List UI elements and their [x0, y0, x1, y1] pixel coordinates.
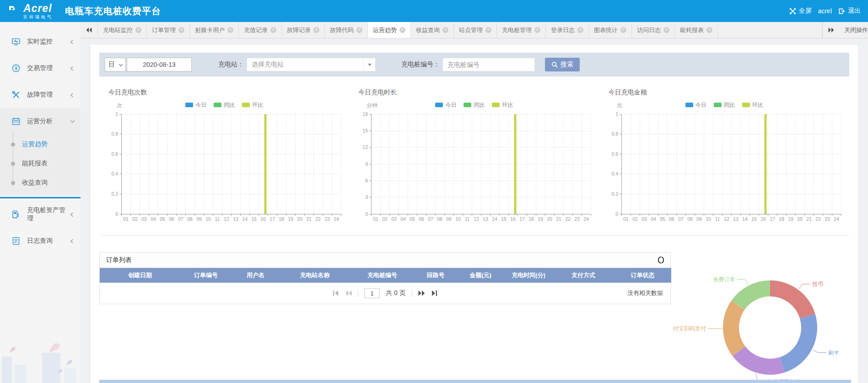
- logout-button[interactable]: 退出: [838, 7, 861, 15]
- donut-segment-微信扫码支付[interactable]: [733, 346, 785, 375]
- legend-item[interactable]: 同比: [464, 101, 485, 109]
- page-number-input[interactable]: [364, 288, 380, 298]
- tab-item-4[interactable]: 故障记录×: [282, 22, 325, 38]
- tab-item-8[interactable]: 站点管理×: [454, 22, 497, 38]
- tab-item-13[interactable]: 能耗报表×: [675, 22, 718, 38]
- tab-close-icon[interactable]: ×: [577, 27, 583, 33]
- last-page-button[interactable]: [431, 290, 437, 296]
- sidebar-menu: 实时监控¥交易管理故障管理运营分析运营趋势能耗报表收益查询充电桩资产管理日志查询: [0, 28, 81, 254]
- tab-close-icon[interactable]: ×: [706, 27, 712, 33]
- tab-close-icon[interactable]: ×: [663, 27, 669, 33]
- svg-text:14: 14: [242, 216, 248, 222]
- svg-text:14: 14: [742, 216, 748, 222]
- sidebar-item-0[interactable]: 实时监控: [0, 28, 81, 55]
- tab-item-0[interactable]: 充电站监控×: [98, 22, 147, 38]
- tab-close-icon[interactable]: ×: [485, 27, 491, 33]
- svg-text:09: 09: [446, 216, 452, 222]
- svg-text:0: 0: [115, 211, 118, 217]
- tab-close-icon[interactable]: ×: [135, 27, 141, 33]
- pagination-divider: [358, 290, 358, 297]
- station-select[interactable]: 选择充电站: [247, 58, 376, 71]
- tab-item-12[interactable]: 访问日志×: [632, 22, 675, 38]
- date-input[interactable]: [127, 58, 192, 71]
- svg-text:11: 11: [215, 216, 220, 222]
- tab-close-icon[interactable]: ×: [227, 27, 233, 33]
- period-value: 日: [108, 60, 115, 69]
- tab-label: 故障代码: [330, 26, 354, 34]
- tab-item-6[interactable]: 运营趋势×: [368, 22, 411, 38]
- tab-item-9[interactable]: 充电桩管理×: [497, 22, 546, 38]
- sidebar-item-2[interactable]: 故障管理: [0, 82, 81, 108]
- bullet-icon: [11, 162, 15, 166]
- sidebar-subitem-2[interactable]: 收益查询: [0, 173, 81, 192]
- period-select[interactable]: 日: [105, 58, 126, 71]
- legend-item[interactable]: 今日: [685, 101, 706, 109]
- pile-number-input[interactable]: [442, 58, 535, 71]
- legend-item[interactable]: 环比: [242, 101, 263, 109]
- tab-item-3[interactable]: 充值记录×: [239, 22, 282, 38]
- legend-item[interactable]: 环比: [492, 101, 513, 109]
- legend-swatch: [464, 103, 471, 107]
- svg-text:1: 1: [615, 111, 618, 117]
- legend-item[interactable]: 同比: [714, 101, 735, 109]
- svg-text:21: 21: [806, 216, 812, 222]
- donut-segment-投币[interactable]: [770, 280, 815, 318]
- sidebar-subitem-0[interactable]: 运营趋势: [0, 135, 81, 154]
- svg-text:02: 02: [132, 216, 138, 222]
- svg-text:17: 17: [770, 216, 775, 222]
- tab-close-icon[interactable]: ×: [620, 27, 626, 33]
- sidebar-item-3[interactable]: 运营分析: [0, 108, 81, 135]
- legend-item[interactable]: 环比: [742, 101, 763, 109]
- tabs-scroll-right-button[interactable]: [822, 22, 840, 38]
- tab-item-11[interactable]: 图表统计×: [589, 22, 632, 38]
- tab-close-icon[interactable]: ×: [356, 27, 362, 33]
- svg-text:22: 22: [815, 216, 821, 222]
- prev-page-button[interactable]: [345, 290, 352, 296]
- sidebar-item-1[interactable]: ¥交易管理: [0, 55, 81, 82]
- fullscreen-button[interactable]: 全屏: [789, 7, 812, 15]
- svg-text:13: 13: [733, 216, 739, 222]
- username[interactable]: acrel: [818, 7, 832, 15]
- chart-legend[interactable]: 今日同比环比: [602, 99, 846, 110]
- close-operations-menu[interactable]: 关闭操作: [840, 22, 868, 38]
- chart-legend[interactable]: 今日同比环比: [102, 99, 346, 110]
- donut-segment-刷卡[interactable]: [780, 314, 817, 372]
- tab-item-10[interactable]: 登录日志×: [546, 22, 589, 38]
- tab-close-icon[interactable]: ×: [313, 27, 319, 33]
- svg-text:24: 24: [834, 216, 839, 222]
- tab-close-icon[interactable]: ×: [399, 27, 405, 33]
- svg-text:06: 06: [669, 216, 674, 222]
- transaction-icon: ¥: [11, 64, 21, 73]
- svg-text:06: 06: [169, 216, 174, 222]
- sidebar-item-5[interactable]: 日志查询: [0, 228, 81, 254]
- sidebar-item-4[interactable]: 充电桩资产管理: [0, 201, 81, 228]
- tab-item-2[interactable]: 射频卡用户×: [190, 22, 239, 38]
- logo-text: Acrel: [23, 3, 53, 14]
- donut-segment-付宝扫码支付[interactable]: [723, 301, 745, 356]
- tab-item-5[interactable]: 故障代码×: [325, 22, 368, 38]
- svg-text:3: 3: [365, 194, 368, 200]
- tabs-scroll-left-button[interactable]: [81, 22, 98, 38]
- tab-close-icon[interactable]: ×: [178, 27, 184, 33]
- chart-legend[interactable]: 今日同比环比: [352, 99, 596, 110]
- legend-item[interactable]: 今日: [435, 101, 456, 109]
- chart-plot: 00.20.40.60.8101020304050607080910111213…: [102, 110, 346, 228]
- tab-close-icon[interactable]: ×: [534, 27, 540, 33]
- order-list-panel: 订单列表 创建日期订单编号用户名充电站名称充电桩编号回路号金额(元)充电时间(分…: [99, 252, 671, 304]
- legend-item[interactable]: 同比: [214, 101, 235, 109]
- sidebar-subitem-1[interactable]: 能耗报表: [0, 154, 81, 173]
- next-page-button[interactable]: [418, 290, 425, 296]
- search-button[interactable]: 搜索: [545, 58, 580, 71]
- panel-toggle-icon[interactable]: [658, 257, 664, 263]
- svg-text:0: 0: [615, 211, 618, 217]
- tab-item-1[interactable]: 订单管理×: [147, 22, 190, 38]
- tab-close-icon[interactable]: ×: [270, 27, 276, 33]
- legend-label: 环比: [752, 101, 763, 109]
- svg-text:19: 19: [538, 216, 543, 222]
- legend-item[interactable]: 今日: [185, 101, 206, 109]
- svg-text:11: 11: [465, 216, 470, 222]
- first-page-button[interactable]: [333, 290, 339, 296]
- tab-close-icon[interactable]: ×: [442, 27, 448, 33]
- tab-item-7[interactable]: 收益查询×: [411, 22, 454, 38]
- column-header-3: 充电站名称: [280, 268, 350, 283]
